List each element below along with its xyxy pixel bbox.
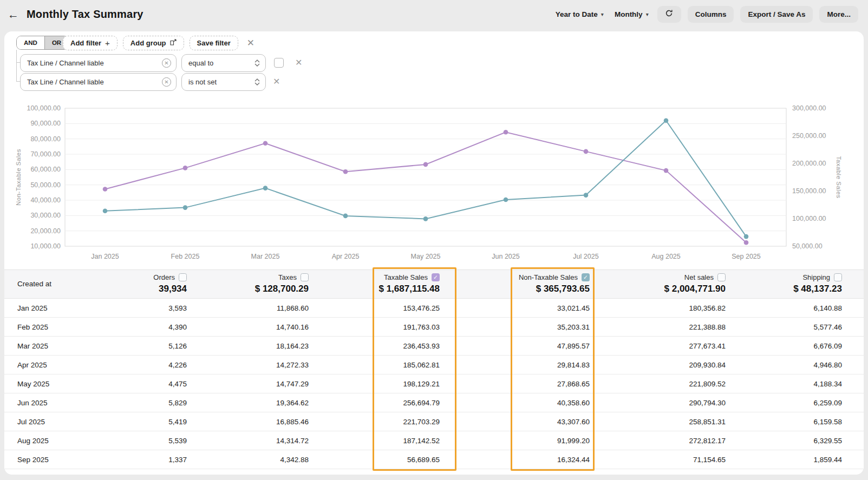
table-cell: 11,868.60 xyxy=(187,299,309,318)
left-axis-tick: 90,000.00 xyxy=(30,120,61,127)
column-checkbox[interactable] xyxy=(717,273,726,281)
filter-operator-value: is not set xyxy=(188,78,217,86)
and-segment[interactable]: AND xyxy=(17,36,44,49)
columns-button[interactable]: Columns xyxy=(688,6,734,23)
data-point[interactable] xyxy=(584,149,589,154)
table-cell: 71,154.65 xyxy=(590,450,726,469)
table-cell: 256,694.79 xyxy=(309,393,440,412)
data-point[interactable] xyxy=(423,216,428,221)
table-cell: 5,829 xyxy=(118,393,187,412)
more-button[interactable]: More... xyxy=(819,6,858,23)
back-button[interactable]: ← xyxy=(8,9,19,20)
table-cell: 4,946.80 xyxy=(726,356,842,374)
table-row: Jul 20255,41916,885.46221,703.2943,307.6… xyxy=(4,412,864,431)
table-cell: 187,142.52 xyxy=(309,431,440,450)
filter-field-input[interactable]: Tax Line / Channel liable ✕ xyxy=(20,73,177,91)
table-cell: 191,763.03 xyxy=(309,318,440,337)
remove-filter-icon[interactable]: ✕ xyxy=(293,58,304,67)
add-group-label: Add group xyxy=(130,39,166,47)
row-label: Apr 2025 xyxy=(4,356,118,374)
export-save-as-button[interactable]: Export / Save As xyxy=(740,6,813,23)
table-cell: 29,814.83 xyxy=(440,356,590,374)
add-filter-button[interactable]: Add filter + xyxy=(63,36,118,50)
data-point[interactable] xyxy=(584,193,589,198)
data-point[interactable] xyxy=(504,130,508,135)
data-point[interactable] xyxy=(103,209,108,214)
table-row: Sep 20251,3374,342.8856,689.6516,324.447… xyxy=(4,450,864,469)
spacer-cell xyxy=(842,374,864,393)
column-checkbox[interactable] xyxy=(301,273,309,281)
page-title: Monthly Tax Summary xyxy=(27,8,143,21)
data-point[interactable] xyxy=(664,118,669,123)
clear-field-icon[interactable]: ✕ xyxy=(162,77,171,87)
filter-tree-connector xyxy=(16,63,20,82)
filter-operator-value: equal to xyxy=(188,59,213,67)
data-point[interactable] xyxy=(183,205,188,210)
data-point[interactable] xyxy=(263,141,268,146)
data-point[interactable] xyxy=(263,186,268,190)
x-axis-label: May 2025 xyxy=(411,253,441,260)
refresh-button[interactable] xyxy=(657,6,681,23)
add-filter-label: Add filter xyxy=(70,39,101,47)
clear-field-icon[interactable]: ✕ xyxy=(162,58,171,68)
and-or-toggle[interactable]: AND OR xyxy=(16,36,69,50)
column-checkbox-checked[interactable]: ✓ xyxy=(432,273,440,281)
spacer-cell xyxy=(842,299,864,318)
column-label: Non-Taxable Sales xyxy=(519,273,578,281)
filter-row-1: Tax Line / Channel liable ✕ equal to ✕ xyxy=(20,54,304,72)
data-point[interactable] xyxy=(183,166,188,170)
column-checkbox[interactable] xyxy=(179,273,187,281)
row-label: Jun 2025 xyxy=(4,393,118,412)
filter-field-value: Tax Line / Channel liable xyxy=(27,59,104,67)
column-checkbox-checked[interactable]: ✓ xyxy=(582,273,590,281)
filter-operator-select[interactable]: is not set xyxy=(181,73,266,91)
save-filter-button[interactable]: Save filter xyxy=(190,36,238,50)
date-range-dropdown[interactable]: Year to Date ▾ xyxy=(553,10,606,18)
column-total: $ 48,137.23 xyxy=(726,284,842,294)
table-cell: 277,673.41 xyxy=(590,337,726,356)
table-cell: 6,140.88 xyxy=(726,299,842,318)
chart-svg: 100,000.0090,000.0080,000.0070,000.0060,… xyxy=(4,98,864,264)
table-cell: 6,676.09 xyxy=(726,337,842,356)
spacer-cell xyxy=(842,393,864,412)
data-point[interactable] xyxy=(744,234,749,239)
data-point[interactable] xyxy=(343,169,348,174)
column-label: Orders xyxy=(153,273,175,281)
clear-filters-icon[interactable]: ✕ xyxy=(247,38,254,48)
table-row: Feb 20254,39014,740.16191,763.0335,203.3… xyxy=(4,318,864,337)
row-label: Jul 2025 xyxy=(4,412,118,431)
row-label: Jan 2025 xyxy=(4,299,118,318)
spacer-cell xyxy=(842,318,864,337)
data-point[interactable] xyxy=(744,240,749,245)
column-header: Shipping $ 48,137.23 xyxy=(726,270,842,299)
add-group-button[interactable]: Add group xyxy=(123,36,184,50)
filter-field-input[interactable]: Tax Line / Channel liable ✕ xyxy=(20,54,177,72)
data-point[interactable] xyxy=(343,214,348,219)
remove-filter-icon[interactable]: ✕ xyxy=(271,77,282,86)
filter-value-checkbox[interactable] xyxy=(274,58,284,68)
table-cell: 272,812.17 xyxy=(590,431,726,450)
table-cell: 153,476.25 xyxy=(309,299,440,318)
column-header: Non-Taxable Sales✓ $ 365,793.65 xyxy=(440,270,590,299)
granularity-label: Monthly xyxy=(615,10,643,18)
data-point[interactable] xyxy=(103,187,108,192)
chevron-updown-icon xyxy=(254,60,260,67)
data-point[interactable] xyxy=(504,198,508,202)
data-point[interactable] xyxy=(664,168,669,173)
x-axis-label: Jun 2025 xyxy=(492,253,519,260)
table-cell: 209,930.84 xyxy=(590,356,726,374)
table-cell: 27,868.65 xyxy=(440,374,590,393)
table-cell: 14,740.16 xyxy=(187,318,309,337)
table-cell: 6,159.58 xyxy=(726,412,842,431)
data-point[interactable] xyxy=(423,162,428,167)
table-cell: 5,539 xyxy=(118,431,187,450)
table-cell: 47,895.57 xyxy=(440,337,590,356)
table-cell: 4,188.34 xyxy=(726,374,842,393)
table-cell: 180,356.82 xyxy=(590,299,726,318)
column-header: Taxable Sales✓ $ 1,687,115.48 xyxy=(309,270,440,299)
granularity-dropdown[interactable]: Monthly ▾ xyxy=(612,10,651,18)
column-checkbox[interactable] xyxy=(834,273,842,281)
left-axis-tick: 100,000.00 xyxy=(27,104,61,112)
filter-operator-select[interactable]: equal to xyxy=(181,54,266,72)
refresh-icon xyxy=(665,9,673,19)
